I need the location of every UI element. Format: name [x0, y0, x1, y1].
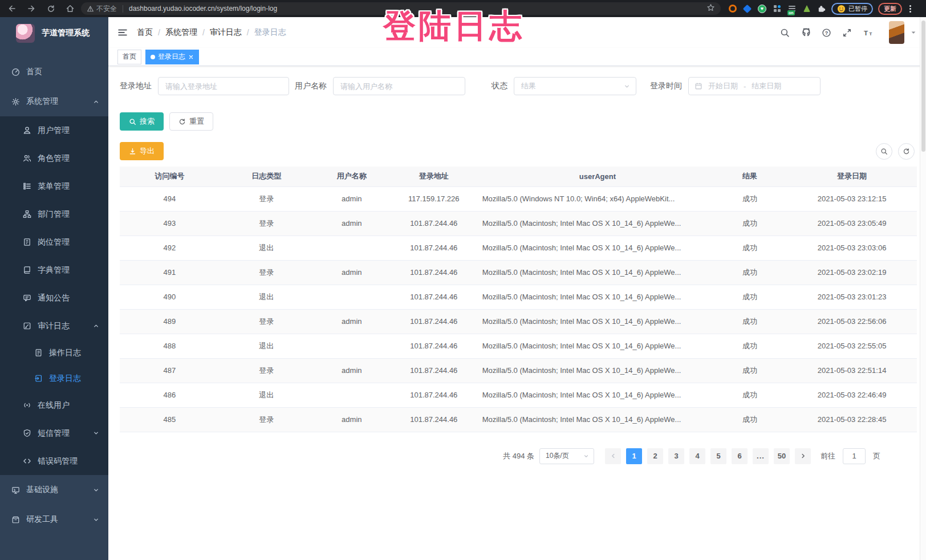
github-icon[interactable] — [801, 27, 811, 38]
more-pages-button[interactable]: ... — [753, 448, 769, 464]
cell-login-address: 101.87.244.46 — [390, 358, 478, 383]
sidebar-item-users[interactable]: 用户管理 — [0, 116, 108, 144]
login-address-input[interactable] — [158, 77, 289, 95]
scrollbar-thumb[interactable] — [921, 21, 925, 152]
sidebar-item-online-users[interactable]: 在线用户 — [0, 391, 108, 419]
reset-button[interactable]: 重置 — [169, 112, 213, 131]
goto-page-input[interactable] — [843, 448, 866, 464]
cell-log-type: 退出 — [220, 334, 314, 358]
sidebar-item-login-log[interactable]: 登录日志 — [0, 366, 108, 391]
sidebar-item-dictionary[interactable]: 字典管理 — [0, 256, 108, 284]
tag-home[interactable]: 首页 — [117, 50, 141, 64]
sidebar-item-error-codes[interactable]: 错误码管理 — [0, 447, 108, 475]
chevron-right-icon — [800, 453, 806, 459]
cell-log-type: 退出 — [220, 383, 314, 407]
kebab-menu-icon[interactable] — [907, 5, 913, 13]
cell-user-agent: Mozilla/5.0 (Macintosh; Intel Mac OS X 1… — [478, 236, 713, 260]
url-bar[interactable]: 不安全 dashboard.yudao.iocoder.cn/system/lo… — [81, 2, 721, 15]
sidebar-item-menus[interactable]: 菜单管理 — [0, 172, 108, 200]
page-button-4[interactable]: 4 — [689, 448, 705, 464]
font-size-icon[interactable]: TT — [863, 28, 874, 38]
home-icon[interactable] — [63, 2, 78, 15]
sidebar-item-departments[interactable]: 部门管理 — [0, 200, 108, 228]
sidebar-item-audit-log[interactable]: 审计日志 — [0, 312, 108, 340]
page-button-1[interactable]: 1 — [626, 448, 642, 464]
profile-chip[interactable]: 已暂停 — [831, 3, 873, 15]
svg-text:T: T — [870, 31, 872, 36]
status-select[interactable]: 结果 — [514, 77, 636, 95]
column-header: 结果 — [713, 167, 787, 186]
table-row[interactable]: 492 退出 101.87.244.46 Mozilla/5.0 (Macint… — [120, 236, 917, 260]
sidebar-item-home[interactable]: 首页 — [0, 57, 108, 87]
table-row[interactable]: 491 登录 admin 101.87.244.46 Mozilla/5.0 (… — [120, 260, 917, 285]
filter-form: 登录地址 用户名称 状态 结果 登录时间 开始日期 - 结束日期 — [120, 77, 917, 95]
tag-close-icon[interactable] — [188, 54, 194, 60]
table-row[interactable]: 486 退出 101.87.244.46 Mozilla/5.0 (Macint… — [120, 383, 917, 407]
logo-row[interactable]: 芋道管理系统 — [0, 17, 108, 49]
refresh-table-button[interactable] — [898, 143, 915, 160]
next-page-button[interactable] — [795, 448, 811, 464]
reload-icon[interactable] — [43, 2, 58, 15]
page-button-2[interactable]: 2 — [647, 448, 663, 464]
forward-icon[interactable] — [24, 2, 39, 15]
help-icon[interactable]: ? — [822, 28, 831, 38]
page-button-3[interactable]: 3 — [668, 448, 684, 464]
sidebar-item-infrastructure[interactable]: 基础设施 — [0, 475, 108, 505]
sidebar-item-operation-log[interactable]: 操作日志 — [0, 340, 108, 366]
table-row[interactable]: 494 登录 admin 117.159.17.226 Mozilla/5.0 … — [120, 186, 917, 211]
table-row[interactable]: 489 登录 admin 101.87.244.46 Mozilla/5.0 (… — [120, 309, 917, 334]
extension-heart-icon[interactable]: ♥ — [757, 4, 767, 14]
back-icon[interactable] — [5, 2, 19, 15]
chevron-up-icon — [93, 99, 99, 105]
fullscreen-icon[interactable] — [842, 28, 852, 38]
search-icon[interactable] — [780, 28, 790, 38]
breadcrumb-home[interactable]: 首页 — [137, 27, 153, 38]
extension-gem-icon[interactable] — [742, 4, 752, 14]
cell-id: 489 — [120, 309, 220, 334]
breadcrumb-system[interactable]: 系统管理 — [165, 27, 197, 38]
hamburger-icon[interactable] — [117, 27, 128, 38]
table-row[interactable]: 487 登录 admin 101.87.244.46 Mozilla/5.0 (… — [120, 358, 917, 383]
table-row[interactable]: 493 登录 admin 101.87.244.46 Mozilla/5.0 (… — [120, 211, 917, 236]
filter-actions: 搜索 重置 — [120, 112, 917, 131]
breadcrumb-audit-log[interactable]: 审计日志 — [210, 27, 242, 38]
calendar-icon — [695, 82, 702, 90]
cell-login-date: 2021-05-03 22:55:05 — [787, 334, 917, 358]
puzzle-icon[interactable] — [817, 4, 826, 14]
prev-page-button[interactable] — [605, 448, 621, 464]
page-button-6[interactable]: 6 — [732, 448, 748, 464]
security-indicator[interactable]: 不安全 — [87, 4, 117, 14]
export-button[interactable]: 导出 — [120, 142, 164, 160]
bookmark-star-icon[interactable] — [706, 3, 715, 14]
extension-orange-icon[interactable] — [728, 4, 737, 14]
extension-grid-icon[interactable] — [772, 4, 782, 14]
cell-user-agent: Mozilla/5.0 (Macintosh; Intel Mac OS X 1… — [478, 407, 713, 432]
table-row[interactable]: 490 退出 101.87.244.46 Mozilla/5.0 (Macint… — [120, 285, 917, 309]
search-button[interactable]: 搜索 — [120, 112, 164, 131]
extension-list-icon[interactable]: on — [787, 4, 797, 14]
table-row[interactable]: 488 退出 101.87.244.46 Mozilla/5.0 (Macint… — [120, 334, 917, 358]
cell-login-date: 2021-05-03 22:46:49 — [787, 383, 917, 407]
sidebar-item-posts[interactable]: 岗位管理 — [0, 228, 108, 256]
sidebar-item-announcements[interactable]: 通知公告 — [0, 284, 108, 312]
range-separator: - — [744, 82, 746, 91]
table-row[interactable]: 485 登录 admin 101.87.244.46 Mozilla/5.0 (… — [120, 407, 917, 432]
login-time-range-picker[interactable]: 开始日期 - 结束日期 — [688, 77, 821, 95]
user-menu[interactable] — [889, 21, 917, 44]
update-button[interactable]: 更新 — [878, 3, 902, 15]
chevron-down-icon — [93, 430, 99, 436]
sidebar-item-sms[interactable]: 短信管理 — [0, 419, 108, 447]
cell-username — [314, 285, 390, 309]
extension-plant-icon[interactable] — [802, 4, 811, 14]
sidebar-item-system[interactable]: 系统管理 — [0, 87, 108, 116]
tag-login-log[interactable]: 登录日志 — [145, 50, 199, 64]
chevron-down-icon — [93, 487, 99, 493]
toggle-search-button[interactable] — [876, 143, 892, 160]
username-input[interactable] — [333, 77, 465, 95]
page-button-50[interactable]: 50 — [774, 448, 790, 464]
sidebar-item-roles[interactable]: 角色管理 — [0, 144, 108, 172]
sidebar-item-dev-tools[interactable]: 研发工具 — [0, 505, 108, 534]
page-size-select[interactable]: 10条/页 — [539, 448, 594, 464]
scrollbar[interactable] — [920, 17, 926, 560]
page-button-5[interactable]: 5 — [710, 448, 726, 464]
